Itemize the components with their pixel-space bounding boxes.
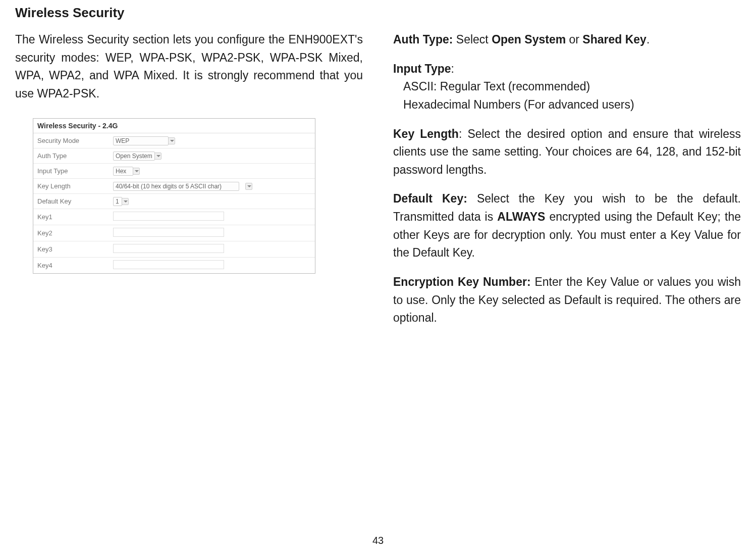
chevron-down-icon[interactable] xyxy=(133,168,140,175)
always-bold: ALWAYS xyxy=(497,210,545,223)
default-key-block: Default Key: Select the Key you wish to … xyxy=(393,190,741,262)
auth-type-block: Auth Type: Select Open System or Shared … xyxy=(393,31,741,49)
row-label: Key Length xyxy=(33,178,109,193)
table-row: Default Key 1 xyxy=(33,193,315,209)
default-key-select[interactable]: 1 xyxy=(113,197,122,206)
table-row: Key3 xyxy=(33,241,315,257)
security-mode-select[interactable]: WEP xyxy=(113,136,169,145)
key2-input[interactable] xyxy=(113,228,224,237)
row-label: Key2 xyxy=(33,225,109,241)
chevron-down-icon[interactable] xyxy=(122,198,129,205)
table-row: Key Length 40/64-bit (10 hex digits or 5… xyxy=(33,178,315,193)
table-row: Key1 xyxy=(33,209,315,225)
row-value-cell xyxy=(109,225,315,241)
text: Select xyxy=(453,33,492,46)
row-label: Key1 xyxy=(33,209,109,225)
table-row: Key2 xyxy=(33,225,315,241)
option-bold: Shared Key xyxy=(582,33,646,46)
field-label: Default Key: xyxy=(393,192,467,205)
panel-title: Wireless Security - 2.4G xyxy=(33,119,315,133)
text: . xyxy=(646,33,650,46)
table-row: Security Mode WEP xyxy=(33,133,315,148)
row-value-cell xyxy=(109,241,315,257)
left-column: The Wireless Security section lets you c… xyxy=(15,31,363,338)
table-row: Input Type Hex xyxy=(33,163,315,178)
row-label: Auth Type xyxy=(33,148,109,163)
row-value-cell xyxy=(109,209,315,225)
key-length-select[interactable]: 40/64-bit (10 hex digits or 5 ASCII char… xyxy=(113,182,239,191)
row-value-cell: 1 xyxy=(109,193,315,209)
option-bold: Open System xyxy=(492,33,566,46)
chevron-down-icon[interactable] xyxy=(168,137,175,144)
row-value-cell: 40/64-bit (10 hex digits or 5 ASCII char… xyxy=(109,178,315,193)
key-length-block: Key Length: Select the desired option an… xyxy=(393,125,741,179)
row-value-cell: Hex xyxy=(109,163,315,178)
row-label: Key4 xyxy=(33,257,109,273)
table-row: Auth Type Open System xyxy=(33,148,315,163)
field-label: Input Type xyxy=(393,62,451,75)
key4-input[interactable] xyxy=(113,260,224,269)
table-row: Key4 xyxy=(33,257,315,273)
page-title: Wireless Security xyxy=(15,5,741,21)
right-column: Auth Type: Select Open System or Shared … xyxy=(393,31,741,338)
auth-type-select[interactable]: Open System xyxy=(113,152,155,161)
row-label: Default Key xyxy=(33,193,109,209)
field-label: Encryption Key Number: xyxy=(393,275,531,288)
chevron-down-icon[interactable] xyxy=(154,153,161,160)
row-value-cell: WEP xyxy=(109,133,315,148)
wireless-security-panel: Wireless Security - 2.4G Security Mode W… xyxy=(33,118,315,274)
field-label: Auth Type: xyxy=(393,33,453,46)
row-value-cell xyxy=(109,257,315,273)
chevron-down-icon[interactable] xyxy=(245,183,252,190)
text: or xyxy=(566,33,582,46)
key1-input[interactable] xyxy=(113,212,224,221)
row-value-cell: Open System xyxy=(109,148,315,163)
input-type-hex: Hexadecimal Numbers (For advanced users) xyxy=(393,96,741,114)
row-label: Input Type xyxy=(33,163,109,178)
encryption-key-block: Encryption Key Number: Enter the Key Val… xyxy=(393,273,741,327)
intro-paragraph: The Wireless Security section lets you c… xyxy=(15,31,363,103)
text: : xyxy=(451,62,454,75)
key3-input[interactable] xyxy=(113,244,224,253)
row-label: Security Mode xyxy=(33,133,109,148)
input-type-block: Input Type: ASCII: Regular Text (recomme… xyxy=(393,60,741,114)
page-number: 43 xyxy=(372,535,384,546)
field-label: Key Length xyxy=(393,127,459,140)
row-label: Key3 xyxy=(33,241,109,257)
input-type-select[interactable]: Hex xyxy=(113,167,133,176)
content-columns: The Wireless Security section lets you c… xyxy=(15,31,741,338)
input-type-ascii: ASCII: Regular Text (recommended) xyxy=(393,78,741,96)
settings-table: Security Mode WEP Auth Type Open System … xyxy=(33,133,315,273)
